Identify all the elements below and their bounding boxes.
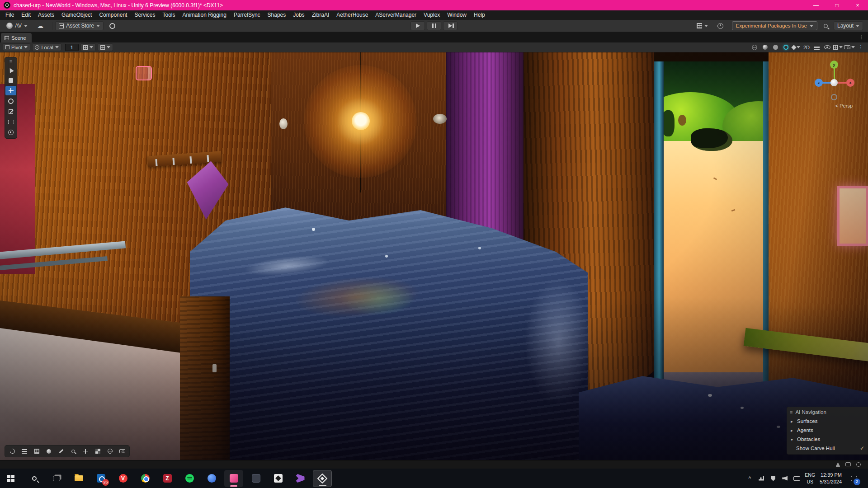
volume-tray-icon[interactable] bbox=[781, 475, 788, 482]
sphere-button[interactable] bbox=[43, 447, 54, 455]
show-carve-hull-checkbox[interactable]: ✓ bbox=[860, 445, 866, 451]
menu-item-edit[interactable]: Edit bbox=[18, 10, 34, 20]
gizmo-center-handle[interactable] bbox=[830, 79, 838, 86]
menu-item-services[interactable]: Services bbox=[131, 10, 159, 20]
tools-overlay-handle[interactable]: ≡ bbox=[9, 58, 12, 65]
gizmo-x-handle[interactable]: x bbox=[846, 79, 854, 87]
menu-item-tools[interactable]: Tools bbox=[159, 10, 179, 20]
dark-app-button[interactable] bbox=[246, 470, 265, 487]
2d-toggle[interactable]: 2D bbox=[802, 43, 811, 52]
pivot-dropdown[interactable]: Pivot bbox=[3, 43, 30, 51]
cloud-button[interactable]: ☁ bbox=[33, 21, 47, 30]
move-tool-button[interactable] bbox=[5, 86, 16, 95]
outlook-button[interactable]: 26 bbox=[91, 470, 110, 487]
obstacles-foldout[interactable]: ▾ Obstacles bbox=[787, 435, 868, 444]
asset-store-dropdown[interactable]: Asset Store bbox=[55, 21, 104, 30]
menu-item-window[interactable]: Window bbox=[443, 10, 470, 20]
menu-item-assets[interactable]: Assets bbox=[34, 10, 58, 20]
menu-item-aservermanager[interactable]: AServerManager bbox=[372, 10, 420, 20]
foldout-icon[interactable]: ▸ bbox=[791, 428, 795, 433]
progress-icon[interactable] bbox=[856, 462, 861, 467]
projection-label[interactable]: < Persp bbox=[835, 103, 853, 108]
menu-item-shapes[interactable]: Shapes bbox=[264, 10, 290, 20]
view-tool-button[interactable] bbox=[5, 75, 16, 85]
pink-app-button[interactable] bbox=[224, 470, 243, 487]
activity-window-button[interactable] bbox=[714, 21, 727, 30]
overlay-handle-icon[interactable]: ≡ bbox=[790, 409, 793, 415]
mixer-button[interactable] bbox=[19, 447, 30, 455]
menu-item-file[interactable]: File bbox=[2, 10, 18, 20]
title-bar[interactable]: chased-urp - NewWorld - Windows, Mac, Li… bbox=[0, 0, 868, 10]
visual-studio-button[interactable] bbox=[291, 470, 310, 487]
layers-dropdown[interactable] bbox=[812, 43, 821, 52]
version-control-button[interactable] bbox=[106, 21, 119, 30]
menu-item-zibraai[interactable]: ZibraAI bbox=[308, 10, 333, 20]
grid-size-field[interactable]: 1 bbox=[65, 44, 79, 51]
audio-toggle[interactable] bbox=[771, 43, 780, 52]
taskbar-search-button[interactable] bbox=[25, 470, 44, 487]
brush-button[interactable] bbox=[56, 447, 66, 455]
menu-item-help[interactable]: Help bbox=[470, 10, 489, 20]
orientation-gizmo[interactable]: y x z bbox=[813, 60, 856, 103]
clock[interactable]: 12:39 PM 5/31/2024 bbox=[820, 472, 842, 485]
snap-increment-dropdown[interactable] bbox=[98, 43, 113, 51]
start-button[interactable] bbox=[3, 470, 22, 487]
layout-dropdown[interactable]: Layout bbox=[834, 21, 863, 30]
play-button[interactable] bbox=[410, 21, 425, 30]
tab-menu-kebab-icon[interactable]: ⋮ bbox=[859, 33, 864, 40]
gizmo-y-handle[interactable]: y bbox=[830, 61, 838, 69]
ai-navigation-header[interactable]: ≡ AI Navigation bbox=[787, 407, 868, 417]
tray-expand-button[interactable]: ^ bbox=[746, 475, 753, 482]
effects-dropdown[interactable] bbox=[792, 43, 801, 52]
grid-snap-dropdown[interactable] bbox=[80, 43, 96, 51]
menu-item-jobs[interactable]: Jobs bbox=[289, 10, 308, 20]
undo-history-button[interactable] bbox=[693, 21, 712, 30]
step-button[interactable] bbox=[443, 21, 458, 30]
file-explorer-button[interactable] bbox=[69, 470, 88, 487]
tab-scene[interactable]: Scene bbox=[1, 33, 32, 42]
texture-button[interactable] bbox=[92, 447, 103, 455]
rect-tool-button[interactable] bbox=[5, 117, 16, 127]
agents-foldout[interactable]: ▸ Agents bbox=[787, 426, 868, 435]
search-button[interactable] bbox=[820, 21, 831, 30]
zed-button[interactable]: Z bbox=[158, 470, 177, 487]
pause-button[interactable] bbox=[427, 21, 441, 30]
scale-tool-button[interactable] bbox=[5, 107, 16, 116]
lighting-toggle[interactable] bbox=[760, 43, 769, 52]
light-probe-gizmo-icon[interactable] bbox=[136, 66, 152, 80]
effects-toggle[interactable] bbox=[781, 43, 790, 52]
task-view-button[interactable] bbox=[47, 470, 66, 487]
grid-visibility-dropdown[interactable] bbox=[833, 43, 843, 52]
network-tray-icon[interactable] bbox=[758, 475, 765, 482]
unity-editor-button[interactable] bbox=[313, 470, 332, 487]
account-dropdown[interactable]: AV bbox=[3, 21, 31, 30]
notification-button[interactable]: 2 bbox=[846, 470, 862, 487]
maximize-button[interactable]: □ bbox=[826, 0, 847, 10]
vivaldi-button[interactable]: V bbox=[113, 470, 132, 487]
refresh-button[interactable] bbox=[7, 447, 18, 455]
capture-button[interactable] bbox=[117, 447, 127, 455]
visibility-toggle[interactable] bbox=[823, 43, 832, 52]
globe-button[interactable] bbox=[104, 447, 115, 455]
spotify-button[interactable] bbox=[180, 470, 199, 487]
bell-icon[interactable] bbox=[836, 462, 840, 467]
foldout-icon[interactable]: ▾ bbox=[791, 437, 795, 442]
keyboard-tray-icon[interactable] bbox=[793, 475, 800, 482]
negative-axis-handle[interactable] bbox=[831, 94, 837, 100]
zoom-button[interactable] bbox=[68, 447, 79, 455]
menu-item-parrelsync[interactable]: ParrelSync bbox=[230, 10, 264, 20]
menu-item-vuplex[interactable]: Vuplex bbox=[420, 10, 443, 20]
menu-item-animation-rigging[interactable]: Animation Rigging bbox=[179, 10, 230, 20]
menu-item-component[interactable]: Component bbox=[95, 10, 131, 20]
rotate-tool-button[interactable] bbox=[5, 96, 16, 106]
menu-item-aetherhouse[interactable]: AetherHouse bbox=[333, 10, 372, 20]
browser-button[interactable] bbox=[136, 470, 155, 487]
select-tool-button[interactable] bbox=[5, 65, 16, 75]
minimize-button[interactable]: — bbox=[806, 0, 826, 10]
security-tray-icon[interactable] bbox=[769, 475, 777, 482]
gizmo-z-handle[interactable]: z bbox=[815, 79, 823, 87]
blue-app-button[interactable] bbox=[202, 470, 221, 487]
experimental-packages-button[interactable]: Experimental Packages In Use bbox=[732, 21, 817, 30]
foldout-icon[interactable]: ▸ bbox=[791, 419, 795, 424]
handle-space-dropdown[interactable]: Local bbox=[32, 43, 61, 51]
